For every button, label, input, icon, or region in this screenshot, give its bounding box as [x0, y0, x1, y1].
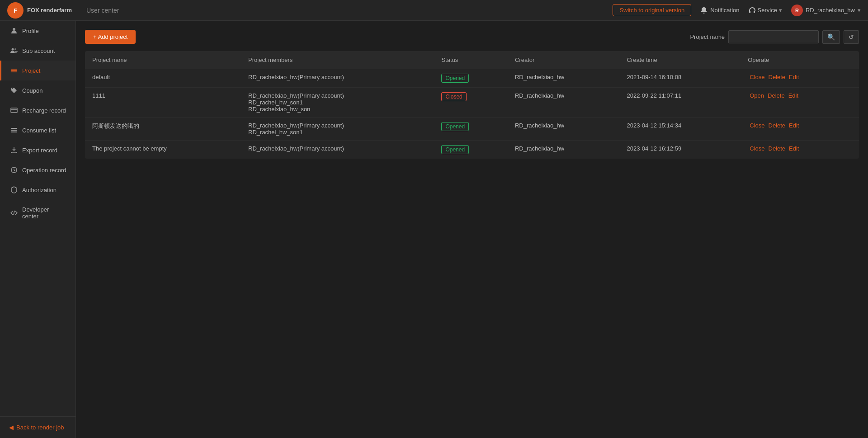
status-badge: Closed — [441, 92, 466, 101]
cell-create-time: 2023-04-12 16:12:59 — [619, 141, 741, 159]
sidebar-item-coupon[interactable]: Coupon — [0, 80, 75, 100]
cell-project-members: RD_rachelxiao_hw(Primary account) — [241, 69, 434, 88]
sidebar-label-operation-record: Operation record — [22, 167, 66, 174]
notification-area[interactable]: Notification — [700, 7, 739, 14]
back-label: Back to render job — [16, 424, 64, 431]
cell-creator: RD_rachelxiao_hw — [508, 118, 619, 141]
sidebar-label-developer-center: Developer center — [22, 206, 66, 220]
project-table-container: Project name Project members Status Crea… — [85, 51, 859, 159]
operate-edit-button[interactable]: Edit — [787, 145, 801, 152]
sidebar-label-profile: Profile — [22, 28, 39, 34]
sidebar-item-developer-center[interactable]: Developer center — [0, 200, 75, 226]
logo-text: FOX renderfarm — [27, 7, 72, 14]
user-chevron-icon: ▾ — [858, 7, 861, 14]
export-icon — [10, 146, 18, 154]
svg-rect-5 — [11, 71, 17, 72]
search-input[interactable] — [728, 30, 819, 43]
sidebar-item-sub-account[interactable]: Sub account — [0, 41, 75, 61]
user-area[interactable]: R RD_rachelxiao_hw ▾ — [791, 5, 861, 16]
history-icon — [10, 166, 18, 174]
cell-operate: OpenDeleteEdit — [741, 88, 859, 118]
project-table: Project name Project members Status Crea… — [85, 51, 859, 159]
cell-status: Opened — [434, 118, 508, 141]
col-header-creator: Creator — [508, 51, 619, 69]
svg-point-4 — [14, 48, 16, 50]
operate-edit-button[interactable]: Edit — [787, 92, 800, 99]
operate-edit-button[interactable]: Edit — [787, 122, 801, 129]
header-right: Switch to original version Notification … — [613, 4, 861, 16]
operate-open-button[interactable]: Open — [748, 92, 766, 99]
logo-icon: F — [7, 2, 24, 19]
sidebar-label-sub-account: Sub account — [22, 47, 55, 54]
svg-point-2 — [13, 28, 15, 31]
svg-rect-6 — [11, 70, 17, 71]
svg-rect-7 — [11, 69, 17, 70]
sidebar-item-recharge-record[interactable]: Recharge record — [0, 100, 75, 120]
user-name: RD_rachelxiao_hw — [806, 7, 855, 14]
cell-status: Opened — [434, 69, 508, 88]
status-badge: Opened — [441, 74, 469, 83]
status-badge: Opened — [441, 122, 469, 131]
table-row: 阿斯顿发送的哦的RD_rachelxiao_hw(Primary account… — [85, 118, 859, 141]
svg-point-3 — [12, 48, 14, 51]
logo-area: F FOX renderfarm — [7, 2, 72, 19]
cell-creator: RD_rachelxiao_hw — [508, 88, 619, 118]
avatar: R — [791, 5, 803, 16]
operate-delete-button[interactable]: Delete — [767, 74, 788, 80]
cell-creator: RD_rachelxiao_hw — [508, 69, 619, 88]
table-row: defaultRD_rachelxiao_hw(Primary account)… — [85, 69, 859, 88]
sidebar-label-coupon: Coupon — [22, 87, 43, 94]
cell-project-members: RD_rachelxiao_hw(Primary account)RD_rach… — [241, 118, 434, 141]
code-icon — [10, 209, 18, 217]
back-arrow-icon: ◀ — [9, 424, 14, 431]
col-header-project-members: Project members — [241, 51, 434, 69]
service-area[interactable]: Service ▾ — [749, 7, 782, 14]
sidebar-item-export-record[interactable]: Export record — [0, 140, 75, 160]
sidebar-item-consume-list[interactable]: Consume list — [0, 120, 75, 140]
svg-rect-11 — [11, 130, 17, 131]
sidebar-label-recharge-record: Recharge record — [22, 107, 66, 114]
header-title: User center — [86, 7, 119, 14]
credit-card-icon — [10, 107, 18, 114]
switch-version-button[interactable]: Switch to original version — [613, 4, 691, 16]
cell-create-time: 2023-04-12 15:14:34 — [619, 118, 741, 141]
search-label: Project name — [690, 33, 725, 40]
sidebar-item-operation-record[interactable]: Operation record — [0, 160, 75, 180]
group-icon — [10, 47, 18, 54]
cell-creator: RD_rachelxiao_hw — [508, 141, 619, 159]
cell-status: Opened — [434, 141, 508, 159]
add-project-button[interactable]: + Add project — [85, 30, 136, 44]
cell-create-time: 2021-09-14 16:10:08 — [619, 69, 741, 88]
operate-delete-button[interactable]: Delete — [766, 92, 787, 99]
cell-project-name: 1111 — [85, 88, 241, 118]
sidebar-item-project[interactable]: Project — [0, 61, 75, 80]
operate-close-button[interactable]: Close — [748, 122, 766, 129]
reset-button[interactable]: ↺ — [844, 30, 859, 44]
cell-project-members: RD_rachelxiao_hw(Primary account) — [241, 141, 434, 159]
cell-create-time: 2022-09-22 11:07:11 — [619, 88, 741, 118]
layers-icon — [10, 67, 18, 74]
table-row: The project cannot be emptyRD_rachelxiao… — [85, 141, 859, 159]
search-button[interactable]: 🔍 — [822, 30, 840, 44]
sidebar-label-authorization: Authorization — [22, 187, 57, 193]
toolbar: + Add project Project name 🔍 ↺ — [85, 30, 859, 44]
status-badge: Opened — [441, 145, 469, 154]
back-to-render-job-link[interactable]: ◀ Back to render job — [9, 424, 66, 431]
col-header-project-name: Project name — [85, 51, 241, 69]
operate-delete-button[interactable]: Delete — [767, 122, 788, 129]
sidebar-label-export-record: Export record — [22, 147, 57, 154]
headset-icon — [749, 7, 756, 14]
operate-delete-button[interactable]: Delete — [767, 145, 788, 152]
table-row: 1111RD_rachelxiao_hw(Primary account)RD_… — [85, 88, 859, 118]
operate-edit-button[interactable]: Edit — [787, 74, 801, 80]
cell-project-members: RD_rachelxiao_hw(Primary account)RD_rach… — [241, 88, 434, 118]
sidebar-item-authorization[interactable]: Authorization — [0, 180, 75, 200]
sidebar-item-profile[interactable]: Profile — [0, 21, 75, 41]
sidebar: Profile Sub account Project Coupon Recha… — [0, 21, 76, 438]
svg-text:F: F — [14, 7, 17, 14]
operate-close-button[interactable]: Close — [748, 145, 766, 152]
operate-close-button[interactable]: Close — [748, 74, 766, 80]
header: F FOX renderfarm User center Switch to o… — [0, 0, 868, 21]
search-area: Project name 🔍 ↺ — [690, 30, 859, 44]
cell-project-name: 阿斯顿发送的哦的 — [85, 118, 241, 141]
